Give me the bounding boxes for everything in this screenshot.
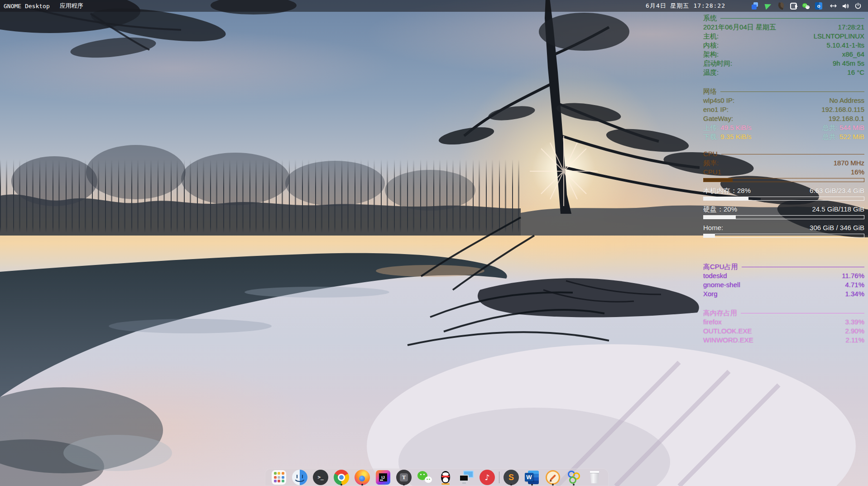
dock-item-app-grid[interactable] xyxy=(271,468,287,486)
header-rule xyxy=(741,313,864,313)
dock-item-chrome[interactable] xyxy=(334,468,349,486)
section-title: 高内存占用 xyxy=(703,308,737,318)
conky-row: 频率:1870 MHz xyxy=(703,159,864,168)
running-indicator xyxy=(340,484,342,486)
app-switch-icon[interactable] xyxy=(790,2,797,10)
terminal-icon: >_ xyxy=(313,470,328,485)
chrome-icon xyxy=(334,470,349,485)
process-row: todeskd11.76% xyxy=(703,271,864,280)
conky-section-top-memory: 高内存占用 firefox3.39% OUTLOOK.EXE2.90% WINW… xyxy=(703,308,864,345)
conky-upload-row: 上传: 49.5 KiB/s 总共: 544 MiB xyxy=(703,123,864,132)
conky-row: 硬盘：20%24.5 GiB/118 GiB xyxy=(703,205,864,214)
section-header: 网络 xyxy=(703,87,864,96)
volume-icon[interactable] xyxy=(842,2,849,10)
pencil-app-icon xyxy=(546,470,560,485)
file-manager-icon xyxy=(292,470,307,485)
dock: >_ IJ T ♪ S W xyxy=(265,468,609,486)
dock-item-sublime[interactable]: S xyxy=(504,468,519,486)
paper-plane-icon[interactable] xyxy=(764,2,772,10)
running-indicator xyxy=(573,484,575,486)
dock-item-file-manager[interactable] xyxy=(292,468,307,486)
dock-item-remote-desktop[interactable] xyxy=(459,468,474,486)
conky-section-cpu: CPU 频率:1870 MHz CPU116% xyxy=(703,149,864,182)
running-indicator xyxy=(403,484,405,486)
dock-item-wechat[interactable] xyxy=(417,468,432,486)
process-row: gnome-shell4.71% xyxy=(703,280,864,289)
dock-item-netease-music[interactable]: ♪ xyxy=(480,468,495,486)
firefox-icon xyxy=(355,470,370,485)
power-icon[interactable] xyxy=(854,2,862,10)
running-indicator xyxy=(361,484,363,486)
disk-block: 硬盘：20%24.5 GiB/118 GiB xyxy=(703,205,864,219)
remote-desktop-icon xyxy=(459,470,474,485)
trash-icon xyxy=(590,471,599,483)
header-rule xyxy=(720,91,864,92)
process-row: OUTLOOK.EXE2.90% xyxy=(703,327,864,336)
network-icon[interactable] xyxy=(830,2,837,10)
desktop: GNOME Desktop 应用程序 6月4日 星期五 17:28:22 o xyxy=(0,0,868,486)
disk-usage-bar xyxy=(703,215,864,219)
conky-row: eno1 IP:192.168.0.115 xyxy=(703,105,864,114)
dock-item-terminal[interactable]: >_ xyxy=(313,468,328,486)
section-title: 网络 xyxy=(703,87,717,96)
app-tray: o xyxy=(752,2,822,10)
conky-section-top-cpu: 高CPU占用 todeskd11.76% gnome-shell4.71% Xo… xyxy=(703,262,864,298)
outlook-icon[interactable]: o xyxy=(815,2,822,10)
dock-item-trash[interactable] xyxy=(587,468,602,486)
section-header: CPU xyxy=(703,149,864,159)
process-row: WINWORD.EXE2.11% xyxy=(703,336,864,345)
section-title: CPU xyxy=(703,149,718,159)
system-tray xyxy=(830,2,862,10)
app-grid-icon xyxy=(272,470,286,485)
sublime-text-icon: S xyxy=(504,470,519,485)
cpu-usage-bar xyxy=(703,178,864,182)
wechat-tray-icon[interactable] xyxy=(802,2,810,10)
flameshot-icon[interactable] xyxy=(777,2,785,10)
conky-section-memory: 本机内存：28%6.63 GiB/23.4 GiB 硬盘：20%24.5 GiB… xyxy=(703,186,864,238)
dock-item-typora[interactable]: T xyxy=(396,468,412,486)
dock-item-intellij[interactable]: IJ xyxy=(375,468,391,486)
header-rule xyxy=(742,267,864,267)
section-header: 系统 xyxy=(703,14,864,23)
word-icon: W xyxy=(524,470,540,485)
header-rule xyxy=(720,18,864,19)
home-usage-bar xyxy=(703,234,864,238)
clock[interactable]: 6月4日 星期五 17:28:22 xyxy=(646,2,725,10)
conky-download-row: 下载: 9.35 KiB/s 总共: 522 MiB xyxy=(703,132,864,141)
section-title: 系统 xyxy=(703,14,717,23)
conky-row: CPU116% xyxy=(703,168,864,177)
dock-item-word[interactable]: W xyxy=(524,468,540,486)
top-bar: GNOME Desktop 应用程序 6月4日 星期五 17:28:22 o xyxy=(0,0,868,12)
dock-item-navicat[interactable] xyxy=(566,468,581,486)
menu-applications[interactable]: 应用程序 xyxy=(60,2,83,10)
conky-row: 启动时间:9h 45m 5s xyxy=(703,59,864,68)
typora-icon: T xyxy=(396,470,412,485)
conky-section-network: 网络 wlp4s0 IP:No Address eno1 IP:192.168.… xyxy=(703,87,864,141)
section-header: 高CPU占用 xyxy=(703,262,864,271)
conky-row: 主机:LSLNTOPLINUX xyxy=(703,32,864,41)
conky-row: Home:306 GiB / 346 GiB xyxy=(703,223,864,232)
conky-widget: 系统 2021年06月04日 星期五17:28:21 主机:LSLNTOPLIN… xyxy=(703,14,864,345)
conky-row: 架构:x86_64 xyxy=(703,50,864,59)
running-indicator xyxy=(510,484,512,486)
memory-block: 本机内存：28%6.63 GiB/23.4 GiB xyxy=(703,186,864,201)
netease-music-icon: ♪ xyxy=(480,470,495,485)
process-row: Xorg1.34% xyxy=(703,289,864,298)
dock-item-qq[interactable] xyxy=(438,468,453,486)
conky-row: 温度:16 °C xyxy=(703,68,864,77)
todesk-icon[interactable] xyxy=(752,2,759,10)
running-indicator xyxy=(531,484,533,486)
home-block: Home:306 GiB / 346 GiB xyxy=(703,223,864,238)
dock-item-pencil-app[interactable] xyxy=(545,468,561,486)
dock-separator xyxy=(499,472,499,483)
dock-item-firefox[interactable] xyxy=(355,468,370,486)
conky-row: wlp4s0 IP:No Address xyxy=(703,96,864,105)
conky-row: GateWay:192.168.0.1 xyxy=(703,114,864,123)
conky-row: 2021年06月04日 星期五17:28:21 xyxy=(703,23,864,32)
conky-row: 本机内存：28%6.63 GiB/23.4 GiB xyxy=(703,186,864,195)
menu-gnome-desktop[interactable]: GNOME Desktop xyxy=(4,3,50,10)
running-indicator xyxy=(552,484,554,486)
navicat-icon xyxy=(566,470,581,485)
wechat-icon xyxy=(417,470,432,485)
conky-section-system: 系统 2021年06月04日 星期五17:28:21 主机:LSLNTOPLIN… xyxy=(703,14,864,77)
